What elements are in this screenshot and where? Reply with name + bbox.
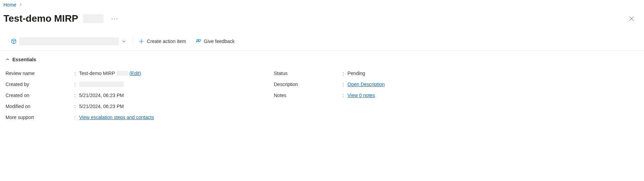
prop-status: Status : Pending [274, 68, 542, 79]
prop-label: Modified on [6, 104, 74, 109]
breadcrumb-home-link[interactable]: Home [3, 2, 16, 8]
feedback-icon [196, 39, 201, 44]
create-action-item-label: Create action item [147, 39, 186, 44]
prop-description: Description : Open Description [274, 79, 542, 90]
redacted-review-name-part [116, 71, 128, 76]
prop-sep: : [74, 115, 79, 120]
prop-label: Notes [274, 93, 343, 98]
essentials-col-right: Status : Pending Description : Open Desc… [274, 68, 542, 123]
essentials-label: Essentials [12, 57, 36, 62]
escalation-link[interactable]: View escalation steps and contacts [79, 115, 154, 120]
chevron-right-icon [19, 2, 22, 7]
prop-value: View escalation steps and contacts [79, 115, 154, 120]
prop-label: Status [274, 71, 343, 76]
page-title: Test-demo MIRP [3, 13, 78, 24]
essentials-grid: Review name : Test-demo MIRP (Edit) Crea… [0, 66, 644, 130]
prop-value: View 0 notes [347, 93, 375, 98]
svg-point-0 [196, 40, 198, 41]
breadcrumb: Home [0, 0, 644, 10]
resource-scope-dropdown[interactable] [6, 35, 131, 47]
modified-on-value: 5/21/2024, 06:23 PM [79, 104, 124, 109]
create-action-item-button[interactable]: Create action item [134, 36, 191, 46]
prop-label: Created on [6, 93, 74, 98]
command-divider [132, 37, 132, 46]
created-on-value: 5/21/2024, 06:23 PM [79, 93, 124, 98]
prop-sep: : [74, 82, 79, 87]
prop-sep: : [74, 104, 79, 109]
redacted-created-by [79, 82, 124, 87]
svg-rect-1 [198, 40, 201, 41]
prop-created-on: Created on : 5/21/2024, 06:23 PM [6, 90, 274, 101]
give-feedback-label: Give feedback [204, 39, 235, 44]
essentials-col-left: Review name : Test-demo MIRP (Edit) Crea… [6, 68, 274, 123]
view-notes-link[interactable]: View 0 notes [347, 93, 375, 98]
prop-label: Description [274, 82, 343, 87]
essentials-toggle[interactable]: Essentials [0, 51, 644, 66]
prop-value: 5/21/2024, 06:23 PM [79, 104, 124, 109]
prop-value: Test-demo MIRP (Edit) [79, 71, 141, 76]
prop-sep: : [343, 82, 347, 87]
redacted-title-suffix [83, 14, 104, 23]
chevron-up-icon [6, 57, 10, 62]
command-bar: Create action item Give feedback [0, 34, 644, 51]
prop-sep: : [74, 93, 79, 98]
prop-sep: : [343, 71, 347, 76]
close-button[interactable] [626, 13, 637, 24]
prop-sep: : [343, 93, 347, 98]
package-icon [11, 39, 17, 44]
prop-review-name: Review name : Test-demo MIRP (Edit) [6, 68, 274, 79]
page-header: Test-demo MIRP ··· [0, 10, 644, 34]
open-description-link[interactable]: Open Description [347, 82, 385, 87]
prop-created-by: Created by : [6, 79, 274, 90]
prop-sep: : [74, 71, 79, 76]
prop-label: Review name [6, 71, 74, 76]
prop-more-support: More support : View escalation steps and… [6, 112, 274, 123]
edit-review-name-link[interactable]: (Edit) [129, 71, 141, 76]
plus-icon [139, 39, 144, 44]
page-title-group: Test-demo MIRP ··· [3, 13, 121, 24]
prop-value [79, 82, 124, 87]
prop-modified-on: Modified on : 5/21/2024, 06:23 PM [6, 101, 274, 112]
prop-value: 5/21/2024, 06:23 PM [79, 93, 124, 98]
review-name-value: Test-demo MIRP [79, 71, 115, 76]
prop-notes: Notes : View 0 notes [274, 90, 542, 101]
prop-label: More support [6, 115, 74, 120]
redacted-scope-label [19, 37, 119, 45]
prop-value: Pending [347, 71, 365, 76]
prop-value: Open Description [347, 82, 385, 87]
more-actions-button[interactable]: ··· [108, 14, 121, 24]
give-feedback-button[interactable]: Give feedback [191, 36, 240, 46]
status-value: Pending [347, 71, 365, 76]
prop-label: Created by [6, 82, 74, 87]
chevron-down-icon [122, 39, 126, 43]
